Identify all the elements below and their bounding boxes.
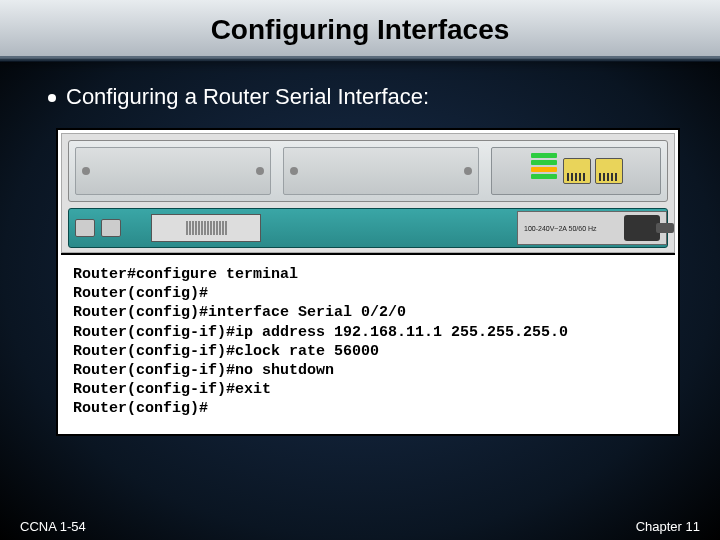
led-fdx-icon: [531, 174, 557, 179]
serial-port-0-icon: [563, 158, 591, 184]
bullet-icon: [48, 94, 56, 102]
footer-right: Chapter 11: [636, 519, 700, 534]
serial-hwic-module: [491, 147, 661, 195]
power-plug-icon: [624, 215, 660, 241]
cli-line-7: Router(config)#: [73, 400, 208, 417]
blank-slot-left: [75, 147, 271, 195]
cli-line-3: Router(config-if)#ip address 192.168.11.…: [73, 324, 568, 341]
footer: CCNA 1-54 Chapter 11: [0, 519, 720, 534]
serial-port-1-icon: [595, 158, 623, 184]
bullet-row: Configuring a Router Serial Interface:: [0, 62, 720, 120]
led-speed-icon: [531, 167, 557, 172]
cli-line-6: Router(config-if)#exit: [73, 381, 271, 398]
cli-terminal: Router#configure terminal Router(config)…: [61, 253, 675, 431]
console-port-icon: [75, 219, 95, 237]
power-supply: 100-240V~2A 50/60 Hz: [517, 211, 667, 245]
router-upper-chassis: [68, 140, 668, 202]
title-band: Configuring Interfaces: [0, 0, 720, 58]
cli-line-1: Router(config)#: [73, 285, 208, 302]
content-frame: 100-240V~2A 50/60 Hz Router#configure te…: [56, 128, 680, 436]
router-lower-chassis: 100-240V~2A 50/60 Hz: [68, 208, 668, 248]
psu-label: 100-240V~2A 50/60 Hz: [524, 225, 597, 232]
cli-line-0: Router#configure terminal: [73, 266, 298, 283]
blank-slot-mid: [283, 147, 479, 195]
led-block: [529, 151, 559, 191]
footer-left: CCNA 1-54: [20, 519, 86, 534]
slide-title: Configuring Interfaces: [0, 14, 720, 46]
cli-line-2: Router(config)#interface Serial 0/2/0: [73, 304, 406, 321]
rps-connector-icon: [186, 221, 227, 235]
cli-line-4: Router(config-if)#clock rate 56000: [73, 343, 379, 360]
rps-input: [151, 214, 261, 242]
led-link-icon: [531, 160, 557, 165]
bullet-text: Configuring a Router Serial Interface:: [66, 84, 429, 110]
router-illustration: 100-240V~2A 50/60 Hz: [61, 133, 675, 253]
slide: Configuring Interfaces Configuring a Rou…: [0, 0, 720, 540]
led-act-icon: [531, 153, 557, 158]
aux-port-icon: [101, 219, 121, 237]
cli-line-5: Router(config-if)#no shutdown: [73, 362, 334, 379]
